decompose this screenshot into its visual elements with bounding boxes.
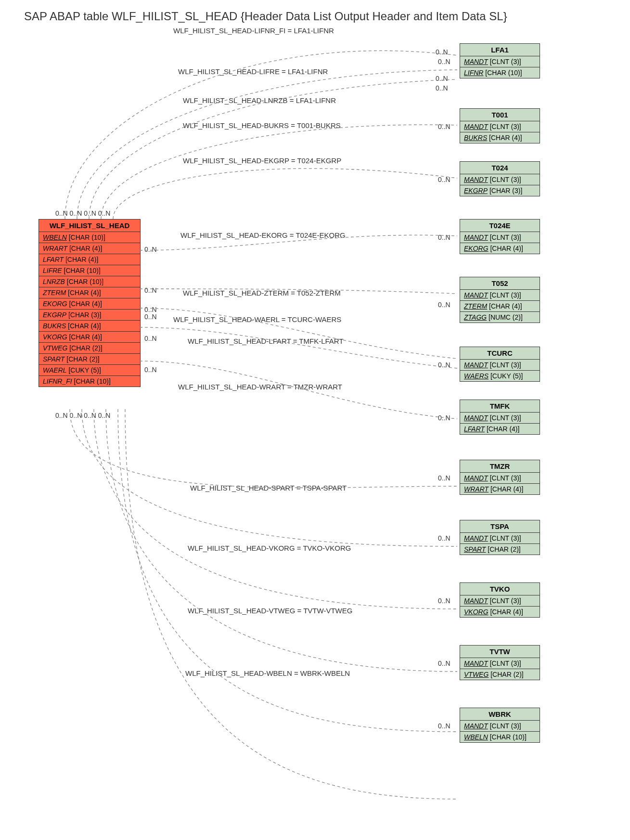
entity-tmfk-field-lfart: LFART [CHAR (4)]: [460, 424, 540, 434]
main-field-lfart: LFART [CHAR (4)]: [39, 254, 140, 265]
entity-t024e-header: T024E: [460, 220, 540, 232]
entity-tvko-header: TVKO: [460, 583, 540, 595]
entity-t001-field-bukrs: BUKRS [CHAR (4)]: [460, 132, 540, 143]
card-right-t052: 0..N: [438, 301, 450, 309]
rel-label-7: WLF_HILIST_SL_HEAD-WAERL = TCURC-WAERS: [173, 315, 341, 323]
entity-tcurc-header: TCURC: [460, 347, 540, 360]
main-field-wrart: WRART [CHAR (4)]: [39, 243, 140, 254]
rel-label-0: WLF_HILIST_SL_HEAD-LIFNR_FI = LFA1-LIFNR: [173, 26, 334, 35]
entity-tvko-field-mandt: MANDT [CLNT (3)]: [460, 595, 540, 607]
card-right-tspa: 0..N: [438, 534, 450, 542]
card-mid-left-4: 0..N: [144, 335, 157, 342]
main-field-wbeln: WBELN [CHAR (10)]: [39, 232, 140, 243]
entity-t024e: T024EMANDT [CLNT (3)]EKORG [CHAR (4)]: [460, 219, 540, 254]
main-field-lnrzb: LNRZB [CHAR (10)]: [39, 276, 140, 287]
entity-tvtw-header: TVTW: [460, 646, 540, 658]
main-field-vkorg: VKORG [CHAR (4)]: [39, 332, 140, 343]
card-bot-cluster: 0..N 0..N 0..N 0..N: [55, 412, 110, 419]
card-lfa1-extra-1: 0..N: [436, 75, 448, 82]
entity-wbrk-header: WBRK: [460, 708, 540, 721]
rel-label-5: WLF_HILIST_SL_HEAD-EKORG = T024E-EKORG: [180, 231, 346, 239]
card-mid-left-0: 0..N: [144, 246, 157, 253]
entity-lfa1-field-lifnr: LIFNR [CHAR (10)]: [460, 67, 540, 78]
main-field-waerl: WAERL [CUKY (5)]: [39, 365, 140, 376]
entity-tmzr-header: TMZR: [460, 460, 540, 473]
entity-wbrk-field-wbeln: WBELN [CHAR (10)]: [460, 732, 540, 742]
entity-tvtw: TVTWMANDT [CLNT (3)]VTWEG [CHAR (2)]: [460, 645, 540, 680]
card-right-t024: 0..N: [438, 176, 450, 183]
main-field-lifre: LIFRE [CHAR (10)]: [39, 265, 140, 276]
entity-t052-header: T052: [460, 277, 540, 290]
card-right-lfa1: 0..N: [438, 58, 450, 65]
rel-label-1: WLF_HILIST_SL_HEAD-LIFRE = LFA1-LIFNR: [178, 67, 328, 76]
card-right-wbrk: 0..N: [438, 722, 450, 730]
diagram-title: SAP ABAP table WLF_HILIST_SL_HEAD {Heade…: [24, 10, 507, 23]
entity-tmfk-header: TMFK: [460, 400, 540, 413]
rel-label-3: WLF_HILIST_SL_HEAD-BUKRS = T001-BUKRS: [183, 121, 341, 129]
card-mid-left-3: 0..N: [144, 313, 157, 321]
card-top-cluster: 0..N 0..N 0..N 0..N: [55, 209, 110, 217]
entity-t052-field-ztagg: ZTAGG [NUMC (2)]: [460, 312, 540, 323]
card-right-tvko: 0..N: [438, 597, 450, 605]
entity-tmfk: TMFKMANDT [CLNT (3)]LFART [CHAR (4)]: [460, 400, 540, 435]
entity-t001: T001MANDT [CLNT (3)]BUKRS [CHAR (4)]: [460, 108, 540, 143]
rel-label-8: WLF_HILIST_SL_HEAD-LFART = TMFK-LFART: [188, 337, 344, 345]
rel-label-9: WLF_HILIST_SL_HEAD-WRART = TMZR-WRART: [178, 383, 342, 391]
card-right-tvtw: 0..N: [438, 659, 450, 667]
entity-lfa1-header: LFA1: [460, 44, 540, 56]
entity-tvtw-field-mandt: MANDT [CLNT (3)]: [460, 658, 540, 669]
main-field-ekgrp: EKGRP [CHAR (3)]: [39, 310, 140, 321]
entity-t052-field-zterm: ZTERM [CHAR (4)]: [460, 301, 540, 312]
entity-tvko-field-vkorg: VKORG [CHAR (4)]: [460, 607, 540, 617]
card-right-tmzr: 0..N: [438, 474, 450, 482]
entity-tmfk-field-mandt: MANDT [CLNT (3)]: [460, 413, 540, 424]
rel-label-13: WLF_HILIST_SL_HEAD-WBELN = WBRK-WBELN: [185, 669, 350, 677]
entity-tmzr: TMZRMANDT [CLNT (3)]WRART [CHAR (4)]: [460, 460, 540, 495]
card-right-tcurc: 0..N: [438, 361, 450, 369]
main-field-bukrs: BUKRS [CHAR (4)]: [39, 321, 140, 332]
entity-t024e-field-ekorg: EKORG [CHAR (4)]: [460, 243, 540, 254]
entity-tvtw-field-vtweg: VTWEG [CHAR (2)]: [460, 669, 540, 680]
entity-lfa1: LFA1MANDT [CLNT (3)]LIFNR [CHAR (10)]: [460, 43, 540, 78]
card-mid-left-2: 0..N: [144, 306, 157, 313]
rel-label-4: WLF_HILIST_SL_HEAD-EKGRP = T024-EKGRP: [183, 156, 341, 165]
entity-t052-field-mandt: MANDT [CLNT (3)]: [460, 290, 540, 301]
entity-tcurc-field-mandt: MANDT [CLNT (3)]: [460, 360, 540, 371]
card-right-tmfk: 0..N: [438, 414, 450, 422]
rel-label-6: WLF_HILIST_SL_HEAD-ZTERM = T052-ZTERM: [183, 289, 341, 297]
main-field-zterm: ZTERM [CHAR (4)]: [39, 287, 140, 298]
entity-t024-header: T024: [460, 162, 540, 174]
entity-tspa-field-mandt: MANDT [CLNT (3)]: [460, 533, 540, 544]
entity-t024e-field-mandt: MANDT [CLNT (3)]: [460, 232, 540, 243]
main-field-spart: SPART [CHAR (2)]: [39, 354, 140, 365]
card-lfa1-extra-2: 0..N: [436, 84, 448, 92]
card-lfa1-extra-0: 0..N: [436, 48, 448, 56]
card-mid-left-5: 0..N: [144, 366, 157, 374]
entity-t024-field-mandt: MANDT [CLNT (3)]: [460, 174, 540, 185]
entity-tmzr-field-mandt: MANDT [CLNT (3)]: [460, 473, 540, 484]
entity-t001-header: T001: [460, 109, 540, 121]
entity-wbrk: WBRKMANDT [CLNT (3)]WBELN [CHAR (10)]: [460, 708, 540, 743]
rel-label-12: WLF_HILIST_SL_HEAD-VTWEG = TVTW-VTWEG: [188, 607, 352, 615]
entity-tvko: TVKOMANDT [CLNT (3)]VKORG [CHAR (4)]: [460, 582, 540, 618]
entity-main-header: WLF_HILIST_SL_HEAD: [39, 220, 140, 232]
entity-tmzr-field-wrart: WRART [CHAR (4)]: [460, 484, 540, 494]
entity-tspa-field-spart: SPART [CHAR (2)]: [460, 544, 540, 555]
entity-t052: T052MANDT [CLNT (3)]ZTERM [CHAR (4)]ZTAG…: [460, 277, 540, 323]
main-field-vtweg: VTWEG [CHAR (2)]: [39, 343, 140, 354]
rel-label-10: WLF_HILIST_SL_HEAD-SPART = TSPA-SPART: [190, 484, 347, 492]
card-right-t001: 0..N: [438, 123, 450, 130]
entity-t001-field-mandt: MANDT [CLNT (3)]: [460, 121, 540, 132]
entity-t024: T024MANDT [CLNT (3)]EKGRP [CHAR (3)]: [460, 161, 540, 196]
entity-lfa1-field-mandt: MANDT [CLNT (3)]: [460, 56, 540, 67]
entity-tcurc: TCURCMANDT [CLNT (3)]WAERS [CUKY (5)]: [460, 347, 540, 382]
entity-main: WLF_HILIST_SL_HEAD WBELN [CHAR (10)]WRAR…: [39, 219, 141, 387]
entity-t024-field-ekgrp: EKGRP [CHAR (3)]: [460, 185, 540, 196]
main-field-ekorg: EKORG [CHAR (4)]: [39, 298, 140, 310]
rel-label-11: WLF_HILIST_SL_HEAD-VKORG = TVKO-VKORG: [188, 544, 351, 552]
entity-tspa: TSPAMANDT [CLNT (3)]SPART [CHAR (2)]: [460, 520, 540, 555]
main-field-lifnr_fi: LIFNR_FI [CHAR (10)]: [39, 376, 140, 387]
rel-label-2: WLF_HILIST_SL_HEAD-LNRZB = LFA1-LIFNR: [183, 96, 336, 104]
card-right-t024e: 0..N: [438, 233, 450, 241]
entity-wbrk-field-mandt: MANDT [CLNT (3)]: [460, 721, 540, 732]
